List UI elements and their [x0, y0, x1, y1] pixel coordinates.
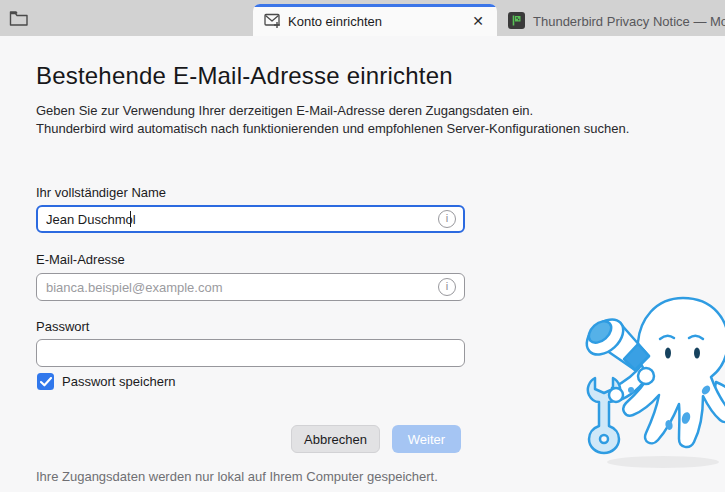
email-field-label: E-Mail-Adresse: [36, 252, 125, 267]
email-input[interactable]: [36, 273, 465, 301]
full-name-input[interactable]: [36, 205, 465, 233]
folder-icon[interactable]: [9, 10, 29, 27]
privacy-flag-icon: [508, 12, 525, 29]
remember-password-checkbox[interactable]: [37, 373, 54, 390]
checkmark-icon: [40, 377, 52, 387]
tab-bar: Konto einrichten ✕ Thunderbird Privacy N…: [0, 0, 725, 36]
privacy-tab-label: Thunderbird Privacy Notice — Mozil: [533, 14, 725, 29]
email-info-icon[interactable]: i: [438, 278, 456, 296]
password-input[interactable]: [36, 339, 465, 367]
thunderbird-octopus-mascot: [583, 290, 725, 475]
tab-konto-einrichten[interactable]: Konto einrichten ✕: [253, 4, 497, 36]
next-button[interactable]: Weiter: [392, 425, 461, 453]
active-tab-stripe: [253, 4, 497, 7]
tab-privacy-notice[interactable]: Thunderbird Privacy Notice — Mozil: [500, 4, 725, 36]
local-storage-note: Ihre Zugangsdaten werden nur lokal auf I…: [36, 469, 438, 484]
page-title: Bestehende E-Mail-Adresse einrichten: [36, 62, 453, 90]
name-info-icon[interactable]: i: [438, 210, 456, 228]
remember-password-label[interactable]: Passwort speichern: [62, 374, 175, 389]
account-setup-envelope-icon: [264, 13, 282, 33]
app-window: Konto einrichten ✕ Thunderbird Privacy N…: [0, 0, 725, 492]
intro-line-1: Geben Sie zur Verwendung Ihrer derzeitig…: [36, 102, 629, 120]
text-caret: [130, 211, 131, 227]
close-tab-icon[interactable]: ✕: [469, 12, 487, 30]
name-field-label: Ihr vollständiger Name: [36, 185, 166, 200]
password-field-label: Passwort: [36, 319, 89, 334]
account-setup-page: Bestehende E-Mail-Adresse einrichten Geb…: [0, 36, 725, 492]
cancel-button[interactable]: Abbrechen: [291, 425, 380, 453]
intro-line-2: Thunderbird wird automatisch nach funkti…: [36, 120, 629, 138]
active-tab-label: Konto einrichten: [288, 14, 382, 29]
page-intro: Geben Sie zur Verwendung Ihrer derzeitig…: [36, 102, 629, 138]
